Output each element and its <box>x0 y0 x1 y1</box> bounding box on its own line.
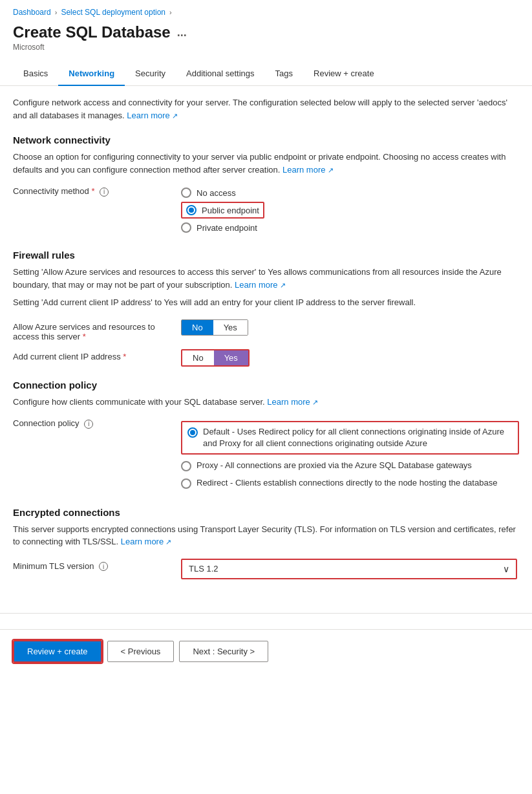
min-tls-dropdown[interactable]: TLS 1.2 ∨ <box>181 559 517 579</box>
connectivity-method-info-icon[interactable]: i <box>100 188 109 197</box>
allow-azure-label: Allow Azure services and resources toacc… <box>13 319 181 341</box>
min-tls-label: Minimum TLS version i <box>13 559 181 572</box>
allow-azure-no[interactable]: No <box>182 320 213 335</box>
allow-azure-row: Allow Azure services and resources toacc… <box>13 319 519 341</box>
radio-policy-proxy-label: Proxy - All connections are proxied via … <box>197 460 472 471</box>
radio-private-endpoint[interactable]: Private endpoint <box>181 222 519 233</box>
tab-security[interactable]: Security <box>125 62 176 86</box>
connection-policy-label: Connection policy i <box>13 416 181 429</box>
radio-public-endpoint-circle <box>186 205 197 215</box>
tab-additional-settings[interactable]: Additional settings <box>176 62 265 86</box>
add-client-ip-row: Add current client IP address * No Yes <box>13 349 519 367</box>
radio-policy-default-label: Default - Uses Redirect policy for all c… <box>203 426 513 449</box>
breadcrumb-select-sql[interactable]: Select SQL deployment option <box>61 8 165 17</box>
connection-policy-info-icon[interactable]: i <box>84 420 93 429</box>
previous-button[interactable]: < Previous <box>107 641 175 662</box>
radio-policy-redirect-circle <box>181 478 191 489</box>
radio-policy-redirect[interactable]: Redirect - Clients establish connections… <box>181 477 519 489</box>
firewall-rules-title: Firewall rules <box>13 250 519 261</box>
connection-policy-title: Connection policy <box>13 380 519 391</box>
intro-learn-more-link[interactable]: Learn more <box>127 111 178 120</box>
tabs-nav: Basics Networking Security Additional se… <box>0 62 532 86</box>
connectivity-method-options: No access Public endpoint Private endpoi… <box>181 184 519 237</box>
page-title-container: Create SQL Database ... <box>0 21 532 43</box>
review-create-button[interactable]: Review + create <box>13 640 102 663</box>
min-tls-dropdown-container: TLS 1.2 ∨ <box>181 559 519 579</box>
network-learn-more-link[interactable]: Learn more <box>282 165 334 175</box>
connection-policy-row: Connection policy i Default - Uses Redir… <box>13 416 519 494</box>
add-client-ip-label: Add current client IP address * <box>13 349 181 361</box>
breadcrumb-dashboard[interactable]: Dashboard <box>13 8 51 17</box>
connectivity-method-label: Connectivity method * i <box>13 184 181 197</box>
firewall-desc1: Setting 'Allow Azure services and resour… <box>13 266 519 291</box>
radio-no-access[interactable]: No access <box>181 188 519 198</box>
radio-policy-default[interactable]: Default - Uses Redirect policy for all c… <box>181 421 519 455</box>
min-tls-value: TLS 1.2 <box>189 564 218 574</box>
connection-policy-learn-more-link[interactable]: Learn more <box>267 397 318 407</box>
network-connectivity-desc: Choose an option for configuring connect… <box>13 151 519 176</box>
connection-policy-options: Default - Uses Redirect policy for all c… <box>181 416 519 494</box>
radio-private-endpoint-label: Private endpoint <box>197 223 257 233</box>
main-content: Configure network access and connectivit… <box>0 86 532 597</box>
encrypted-connections-desc: This server supports encrypted connectio… <box>13 523 519 548</box>
policy-default-box: Default - Uses Redirect policy for all c… <box>181 421 519 455</box>
radio-public-endpoint-label: Public endpoint <box>202 206 259 215</box>
add-client-ip-toggle-container: No Yes <box>181 349 519 367</box>
page-title: Create SQL Database <box>13 23 171 41</box>
radio-public-endpoint-box: Public endpoint <box>181 202 264 219</box>
page-subtitle: Microsoft <box>0 43 532 62</box>
next-security-button[interactable]: Next : Security > <box>179 641 268 662</box>
encrypted-connections-title: Encrypted connections <box>13 507 519 518</box>
add-client-ip-toggle[interactable]: No Yes <box>181 349 250 367</box>
add-client-ip-yes[interactable]: Yes <box>214 350 248 365</box>
network-connectivity-title: Network connectivity <box>13 134 519 145</box>
radio-policy-redirect-label: Redirect - Clients establish connections… <box>197 477 497 489</box>
dropdown-chevron-icon: ∨ <box>503 564 509 574</box>
allow-azure-toggle[interactable]: No Yes <box>181 319 248 336</box>
radio-private-endpoint-circle <box>181 222 191 233</box>
breadcrumb: Dashboard › Select SQL deployment option… <box>0 0 532 21</box>
radio-policy-proxy[interactable]: Proxy - All connections are proxied via … <box>181 460 519 471</box>
radio-no-access-circle <box>181 188 191 198</box>
add-client-ip-no[interactable]: No <box>182 350 214 365</box>
firewall-desc2: Setting 'Add current client IP address' … <box>13 296 519 309</box>
min-tls-info-icon[interactable]: i <box>99 562 108 571</box>
radio-policy-proxy-circle <box>181 461 191 471</box>
more-options-icon[interactable]: ... <box>177 26 187 39</box>
allow-azure-yes[interactable]: Yes <box>213 320 248 335</box>
connectivity-method-row: Connectivity method * i No access Public… <box>13 184 519 237</box>
bottom-divider <box>0 613 532 614</box>
tab-basics[interactable]: Basics <box>13 62 58 86</box>
tab-networking[interactable]: Networking <box>58 62 125 86</box>
min-tls-row: Minimum TLS version i TLS 1.2 ∨ <box>13 559 519 579</box>
encrypted-learn-more-link[interactable]: Learn more <box>121 537 172 546</box>
radio-public-endpoint[interactable]: Public endpoint <box>181 202 519 219</box>
radio-no-access-label: No access <box>197 188 236 198</box>
bottom-bar: Review + create < Previous Next : Securi… <box>0 629 532 673</box>
connection-policy-desc: Configure how clients communicate with y… <box>13 396 519 409</box>
intro-text: Configure network access and connectivit… <box>13 96 519 122</box>
allow-azure-toggle-container: No Yes <box>181 319 519 336</box>
radio-policy-default-circle <box>187 427 198 438</box>
tab-tags[interactable]: Tags <box>265 62 303 86</box>
firewall-learn-more-link1[interactable]: Learn more <box>235 280 286 290</box>
tab-review-create[interactable]: Review + create <box>303 62 385 86</box>
